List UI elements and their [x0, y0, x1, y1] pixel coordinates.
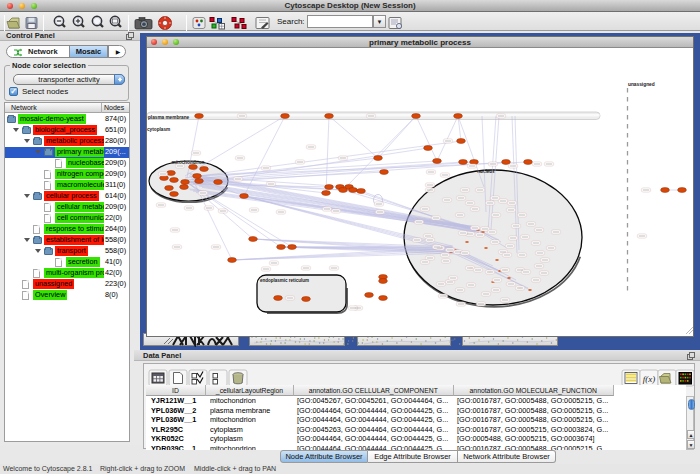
svg-text:endoplasmic reticulum: endoplasmic reticulum	[260, 278, 309, 283]
svg-text:unassigned: unassigned	[628, 82, 655, 87]
svg-text:cytoplasm: cytoplasm	[147, 127, 170, 132]
svg-text:plasma membrane: plasma membrane	[148, 115, 190, 120]
svg-text:mitochondrion: mitochondrion	[172, 160, 205, 165]
svg-text:f(x): f(x)	[643, 374, 656, 384]
